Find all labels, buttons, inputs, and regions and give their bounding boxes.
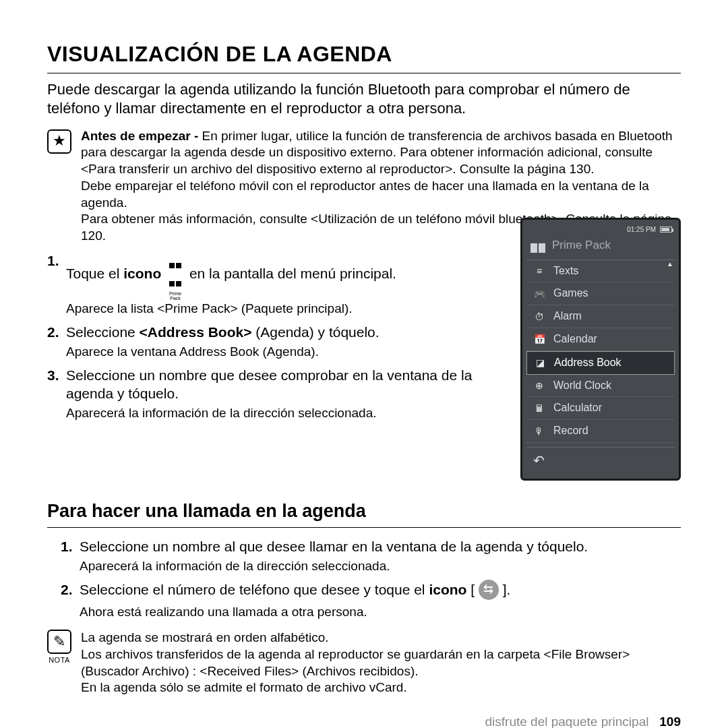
device-item-record[interactable]: 🎙Record	[526, 420, 675, 443]
gift-icon	[530, 238, 545, 253]
step-2-sub: Aparece la ventana Address Book (Agenda)…	[66, 344, 507, 361]
nota-block: ✎ NOTA La agenda se mostrará en orden al…	[47, 630, 681, 696]
device-item-label: Games	[553, 286, 588, 301]
intro-text: Puede descargar la agenda utilizando la …	[47, 80, 681, 119]
step-1-sub: Aparece la lista <Prime Pack> (Paquete p…	[66, 301, 507, 317]
device-time: 01:25 PM	[627, 225, 656, 234]
device-menu-list: ≡Texts🎮Games⏱Alarm📅Calendar◪Address Book…	[526, 260, 675, 443]
call-step-2-sub: Ahora está realizando una llamada a otra…	[80, 604, 681, 621]
page-number: 109	[659, 715, 681, 728]
device-item-icon: 🖩	[533, 402, 545, 415]
device-item-world-clock[interactable]: ⊕World Clock	[526, 375, 675, 398]
device-status-bar: 01:25 PM	[526, 224, 675, 235]
step-2: Seleccione <Address Book> (Agenda) y tóq…	[47, 323, 507, 361]
call-step-1: Seleccione un nombre al que desee llamar…	[47, 537, 681, 575]
nota-line-2: Los archivos transferidos de la agenda a…	[81, 646, 681, 679]
device-item-icon: 🎮	[533, 288, 545, 300]
note-text-2: Debe emparejar el teléfono móvil con el …	[81, 178, 681, 211]
device-item-label: Calculator	[553, 401, 602, 415]
device-item-label: Record	[553, 424, 588, 438]
device-item-texts[interactable]: ≡Texts	[526, 260, 675, 283]
nota-line-3: En la agenda sólo se admite el formato d…	[81, 679, 681, 696]
device-item-icon: ◪	[534, 357, 546, 369]
call-step-1-sub: Aparecerá la información de la dirección…	[80, 558, 681, 575]
nota-line-1: La agenda se mostrará en orden alfabétic…	[81, 630, 681, 646]
device-item-calculator[interactable]: 🖩Calculator	[526, 397, 675, 420]
device-item-label: Calendar	[553, 332, 597, 346]
device-item-icon: 🎙	[533, 425, 545, 437]
page-title: VISUALIZACIÓN DE LA AGENDA	[47, 40, 681, 73]
device-item-icon: ⏱	[533, 311, 545, 323]
scroll-up-icon[interactable]: ▲	[667, 260, 669, 268]
star-icon: ★	[47, 129, 71, 154]
device-item-games[interactable]: 🎮Games	[526, 282, 675, 305]
nota-label: NOTA	[47, 655, 71, 665]
steps-list-1: Toque el icono Prime Pack en la pantalla…	[47, 251, 507, 423]
pencil-icon: ✎	[47, 630, 71, 654]
subtitle: Para hacer una llamada en la agenda	[47, 499, 681, 528]
device-item-label: Address Book	[554, 356, 621, 370]
call-step-2: Seleccione el número de teléfono que des…	[47, 580, 681, 620]
device-item-icon: 📅	[533, 333, 545, 345]
device-item-calendar[interactable]: 📅Calendar	[526, 328, 675, 351]
battery-icon	[660, 226, 672, 233]
step-3-sub: Aparecerá la información de la dirección…	[66, 405, 507, 422]
device-screenshot: 01:25 PM Prime Pack ≡Texts🎮Games⏱Alarm📅C…	[520, 218, 681, 481]
device-item-alarm[interactable]: ⏱Alarm	[526, 305, 675, 328]
device-item-icon: ≡	[533, 265, 545, 277]
device-title: Prime Pack	[526, 235, 675, 260]
step-1: Toque el icono Prime Pack en la pantalla…	[47, 251, 507, 317]
device-item-label: Alarm	[553, 309, 582, 324]
device-scrollbar[interactable]: ▲	[667, 260, 669, 443]
device-item-label: World Clock	[553, 379, 611, 393]
page-footer: disfrute del paquete principal_ 109	[47, 714, 681, 728]
call-icon: ⇆	[479, 580, 499, 600]
device-item-icon: ⊕	[533, 380, 545, 392]
note-lead: Antes de empezar -	[81, 129, 202, 143]
prime-pack-icon: Prime Pack	[165, 254, 185, 301]
step-3: Seleccione un nombre que desee comprobar…	[47, 366, 507, 422]
steps-list-2: Seleccione un nombre al que desee llamar…	[47, 537, 681, 620]
device-back-button[interactable]: ↶	[526, 447, 675, 473]
device-item-address-book[interactable]: ◪Address Book	[526, 351, 675, 375]
device-item-label: Texts	[553, 264, 578, 278]
